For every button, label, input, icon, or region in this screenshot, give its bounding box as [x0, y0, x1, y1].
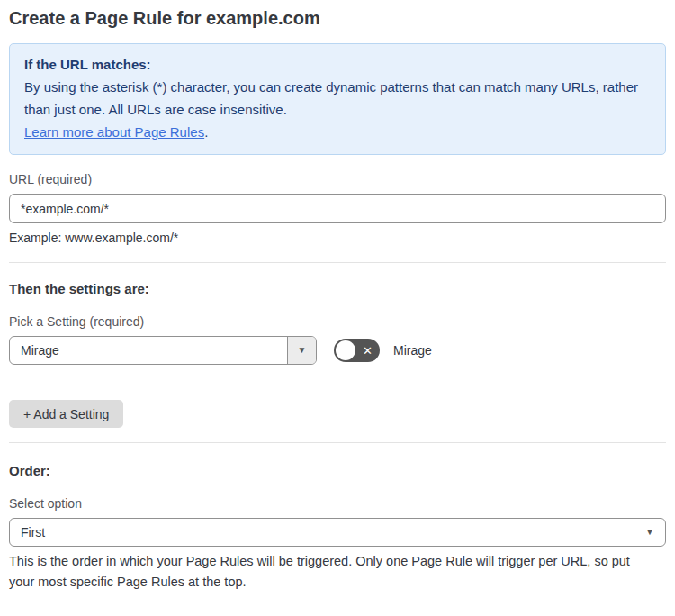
- settings-section-heading: Then the settings are:: [9, 281, 666, 297]
- mirage-toggle[interactable]: ✕: [334, 339, 380, 362]
- divider: [9, 262, 666, 263]
- setting-picker-caret-button[interactable]: ▼: [287, 337, 316, 364]
- setting-picker-label: Pick a Setting (required): [9, 314, 666, 330]
- info-box-heading: If the URL matches:: [24, 53, 651, 76]
- learn-more-link[interactable]: Learn more about Page Rules: [24, 124, 204, 140]
- link-suffix: .: [204, 124, 208, 140]
- x-mark-icon: ✕: [363, 345, 373, 357]
- page-title: Create a Page Rule for example.com: [9, 7, 666, 29]
- order-section-heading: Order:: [9, 463, 666, 479]
- url-field-label: URL (required): [9, 172, 666, 187]
- toggle-knob: [336, 340, 356, 360]
- caret-down-icon: ▼: [645, 528, 654, 537]
- order-select-label: Select option: [9, 496, 666, 512]
- setting-row: Mirage ▼ ✕ Mirage: [9, 336, 666, 365]
- toggle-label: Mirage: [393, 343, 432, 358]
- url-input[interactable]: [9, 194, 666, 223]
- order-select[interactable]: First ▼: [9, 518, 666, 547]
- setting-picker-select[interactable]: Mirage ▼: [9, 336, 317, 365]
- url-helper-text: Example: www.example.com/*: [9, 229, 666, 248]
- setting-picker-value: Mirage: [10, 337, 287, 364]
- order-select-value: First: [10, 519, 665, 546]
- add-setting-button[interactable]: + Add a Setting: [9, 400, 123, 428]
- url-match-info-box: If the URL matches: By using the asteris…: [9, 43, 666, 155]
- caret-down-icon: ▼: [298, 346, 307, 355]
- order-helper-text: This is the order in which your Page Rul…: [9, 551, 657, 593]
- divider: [9, 611, 666, 611]
- info-box-body: By using the asterisk (*) character, you…: [24, 79, 638, 117]
- page-rule-form: Create a Page Rule for example.com If th…: [0, 0, 675, 616]
- divider: [9, 442, 666, 443]
